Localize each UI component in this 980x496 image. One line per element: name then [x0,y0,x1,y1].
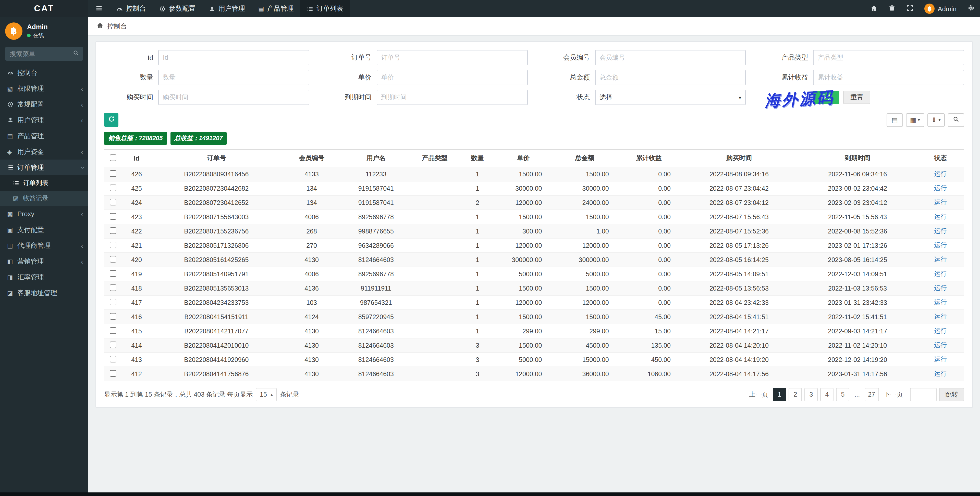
jump-page-input[interactable] [910,388,937,401]
select-all-checkbox[interactable] [110,154,116,161]
cell[interactable]: 运行 [917,167,964,181]
cell[interactable]: 运行 [917,324,964,338]
page-button-1[interactable]: 1 [773,388,786,401]
refresh-button[interactable] [104,113,118,127]
sidebar-item-agent-management[interactable]: ◫代理商管理‹ [0,238,88,254]
cell: 419 [122,267,151,281]
sidebar-subitem-order-list[interactable]: 订单列表 [0,175,88,191]
home-button[interactable] [865,0,883,17]
sidebar-item-permission[interactable]: ▧权限管理‹ [0,81,88,96]
filter-input-quantity[interactable] [158,70,309,85]
sidebar-item-payment-config[interactable]: ▣支付配置 [0,222,88,238]
cell [410,181,460,195]
sidebar-search-input[interactable] [5,47,69,61]
cell[interactable]: 运行 [917,352,964,367]
row-checkbox[interactable] [110,184,116,191]
status-select[interactable]: 选择▾ [595,90,746,105]
filter-input-total-profit[interactable] [813,70,964,85]
cell[interactable]: 运行 [917,310,964,324]
tab-dashboard[interactable]: 控制台 [110,0,153,17]
filter-input-id[interactable] [158,50,309,65]
sidebar-item-general-config[interactable]: 常规配置‹ [0,96,88,112]
row-checkbox[interactable] [110,198,116,205]
user-menu[interactable]: ฿ Admin [919,0,962,17]
sidebar-item-service-address[interactable]: ◪客服地址管理 [0,285,88,301]
sidebar-search-button[interactable] [69,47,83,61]
chevron-icon: ‹ [81,210,83,217]
cell [410,195,460,210]
filter-label-expire-time: 到期时间 [323,93,377,102]
page-button-5[interactable]: 5 [836,388,850,401]
sidebar-subitem-profit-records[interactable]: ▨收益记录 [0,191,88,206]
cell[interactable]: 运行 [917,295,964,310]
cell[interactable]: 运行 [917,181,964,195]
caret-down-icon: ▾ [738,95,741,100]
sidebar-subitem-label: 收益记录 [23,194,48,203]
cell: B20220808093416456 [151,167,282,181]
settings-button[interactable] [962,0,980,17]
row-checkbox[interactable] [110,170,116,177]
fullscreen-button[interactable] [901,0,919,17]
next-page-button[interactable]: 下一页 [882,390,905,399]
row-checkbox[interactable] [110,241,116,248]
tab-product-management[interactable]: ▤产品管理 [251,0,301,17]
jump-button[interactable]: 跳转 [939,388,964,401]
search-toggle-button[interactable] [948,113,964,127]
cell: 2023-01-31 14:17:56 [798,367,917,381]
filter-input-buy-time[interactable] [158,90,309,105]
tab-order-list[interactable]: 订单列表 [301,0,350,17]
tab-params-config[interactable]: 参数配置 [153,0,202,17]
submit-button[interactable]: 提交 [813,91,839,104]
cell[interactable]: 运行 [917,267,964,281]
row-checkbox[interactable] [110,298,116,305]
filter-input-total-amount[interactable] [595,70,746,85]
reset-button[interactable]: 重置 [843,91,870,104]
filter-input-unit-price[interactable] [377,70,528,85]
menu-toggle-button[interactable] [88,0,110,17]
prev-page-button[interactable]: 上一页 [747,390,770,399]
filter-input-expire-time[interactable] [377,90,528,105]
detail-view-button[interactable]: ▤ [886,113,903,127]
row-checkbox[interactable] [110,370,116,376]
filter-input-order-no[interactable] [377,50,528,65]
sidebar-item-user-management[interactable]: 用户管理‹ [0,112,88,128]
sidebar-item-order-management[interactable]: 订单管理‹ [0,160,88,175]
sidebar-item-marketing[interactable]: ◧营销管理‹ [0,254,88,269]
export-button[interactable]: ⇓▾ [927,113,945,127]
cell[interactable]: 运行 [917,238,964,253]
page-button-27[interactable]: 27 [864,388,879,401]
row-checkbox[interactable] [110,341,116,348]
app-logo[interactable]: CAT [0,0,88,17]
row-checkbox[interactable] [110,355,116,362]
trash-button[interactable] [883,0,901,17]
cell[interactable]: 运行 [917,338,964,352]
row-checkbox[interactable] [110,313,116,319]
cell[interactable]: 运行 [917,224,964,238]
sidebar-item-user-funds[interactable]: ◈用户资金‹ [0,144,88,160]
row-checkbox[interactable] [110,284,116,291]
row-checkbox[interactable] [110,227,116,234]
sidebar-item-dashboard[interactable]: 控制台 [0,65,88,81]
page-button-3[interactable]: 3 [804,388,818,401]
row-checkbox[interactable] [110,213,116,219]
columns-button[interactable]: ▦▾ [906,113,924,127]
cell[interactable]: 运行 [917,281,964,295]
sidebar-item-exchange-rate[interactable]: ◨汇率管理 [0,269,88,285]
tab-user-management[interactable]: 用户管理 [202,0,251,17]
row-checkbox[interactable] [110,327,116,334]
per-page-select[interactable]: 15 ▴ [256,388,277,401]
sidebar-item-product-management[interactable]: ▤产品管理 [0,128,88,144]
row-checkbox[interactable] [110,270,116,277]
cell[interactable]: 运行 [917,195,964,210]
cell[interactable]: 运行 [917,210,964,224]
page-button-2[interactable]: 2 [789,388,802,401]
cell: 1500.00 [551,281,618,295]
cell[interactable]: 运行 [917,367,964,381]
filter-input-member-no[interactable] [595,50,746,65]
filter-input-product-type[interactable] [813,50,964,65]
row-checkbox[interactable] [110,256,116,262]
cell: 421 [122,238,151,253]
sidebar-item-proxy[interactable]: ▩Proxy‹ [0,206,88,222]
cell[interactable]: 运行 [917,253,964,267]
page-button-4[interactable]: 4 [820,388,834,401]
